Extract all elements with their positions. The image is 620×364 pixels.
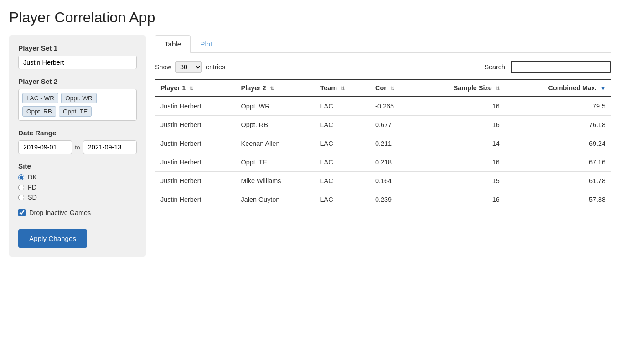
col-header-sample-size[interactable]: Sample Size ⇅ [416,79,505,97]
radio-input-sd[interactable] [18,195,24,200]
cell-team: LAC [315,134,370,153]
search-box: Search: [484,61,611,73]
date-range-row: to [18,140,137,154]
cell-combined-max: 79.5 [505,97,611,116]
sort-icon: ⇅ [270,86,274,92]
date-from-input[interactable] [18,140,72,154]
cell-player2: Oppt. WR [236,97,315,116]
cell-sample-size: 16 [416,116,505,134]
player-set-2-tag: Oppt. RB [22,106,56,117]
cell-combined-max: 67.16 [505,153,611,172]
radio-label-dk: DK [28,174,37,181]
table-row: Justin HerbertOppt. RBLAC0.6771676.18 [155,116,611,134]
entries-select[interactable]: 10253050100 [175,61,202,73]
sort-icon: ⇅ [189,86,193,92]
cell-team: LAC [315,172,370,190]
table-row: Justin HerbertKeenan AllenLAC0.2111469.2… [155,134,611,153]
cell-sample-size: 16 [416,97,505,116]
tabs-container: TablePlot [155,35,611,53]
cell-player1: Justin Herbert [155,153,236,172]
col-header-player-2[interactable]: Player 2 ⇅ [236,79,315,97]
search-input[interactable] [511,61,611,73]
cell-team: LAC [315,116,370,134]
cell-cor: 0.218 [370,153,416,172]
cell-cor: 0.164 [370,172,416,190]
player-set-2-tag: Oppt. TE [59,106,92,117]
col-header-combined-max.[interactable]: Combined Max. ▼ [505,79,611,97]
drop-inactive-checkbox-label[interactable]: Drop Inactive Games [18,209,137,216]
cell-sample-size: 16 [416,153,505,172]
cell-team: LAC [315,97,370,116]
date-to-input[interactable] [83,140,137,154]
player-set-2-tag: LAC - WR [22,93,58,103]
cell-player2: Jalen Guyton [236,190,315,209]
table-row: Justin HerbertOppt. WRLAC-0.2651679.5 [155,97,611,116]
sort-icon: ⇅ [390,86,394,92]
player-set-2-tag: Oppt. WR [61,93,97,103]
radio-label-sd: SD [28,194,37,201]
cell-cor: 0.239 [370,190,416,209]
cell-player2: Mike Williams [236,172,315,190]
cell-sample-size: 16 [416,190,505,209]
radio-input-fd[interactable] [18,185,24,190]
site-radio-group: DKFDSD [18,174,137,201]
cell-cor: 0.677 [370,116,416,134]
cell-player1: Justin Herbert [155,172,236,190]
player-set-1-section: Player Set 1 [18,44,137,69]
cell-team: LAC [315,153,370,172]
drop-inactive-label-text: Drop Inactive Games [29,209,91,216]
player-set-2-tags: LAC - WROppt. WROppt. RBOppt. TE [18,89,137,121]
entries-label: entries [206,63,225,71]
drop-inactive-section: Drop Inactive Games [18,209,137,216]
cell-sample-size: 14 [416,134,505,153]
col-header-cor[interactable]: Cor ⇅ [370,79,416,97]
show-label: Show [155,63,171,71]
cell-combined-max: 69.24 [505,134,611,153]
date-range-section: Date Range to [18,129,137,154]
tab-plot[interactable]: Plot [191,35,222,52]
tab-table[interactable]: Table [155,35,191,53]
radio-input-dk[interactable] [18,174,24,180]
cell-player1: Justin Herbert [155,134,236,153]
site-label: Site [18,162,137,170]
sort-icon: ⇅ [341,86,345,92]
cell-player1: Justin Herbert [155,97,236,116]
cell-combined-max: 76.18 [505,116,611,134]
player-set-2-label: Player Set 2 [18,77,137,85]
drop-inactive-checkbox[interactable] [18,209,26,216]
controls-row: Show 10253050100 entries Search: [155,61,611,73]
app-title: Player Correlation App [9,9,611,26]
table-row: Justin HerbertJalen GuytonLAC0.2391657.8… [155,190,611,209]
player-set-2-section: Player Set 2 LAC - WROppt. WROppt. RBOpp… [18,77,137,121]
site-radio-dk[interactable]: DK [18,174,137,181]
cell-cor: -0.265 [370,97,416,116]
site-radio-sd[interactable]: SD [18,194,137,201]
cell-combined-max: 61.78 [505,172,611,190]
cell-player1: Justin Herbert [155,116,236,134]
main-content: TablePlot Show 10253050100 entries Searc… [155,35,611,209]
player-set-1-label: Player Set 1 [18,44,137,52]
cell-player2: Oppt. TE [236,153,315,172]
table-row: Justin HerbertOppt. TELAC0.2181667.16 [155,153,611,172]
sort-icon-desc: ▼ [600,86,605,91]
cell-player1: Justin Herbert [155,190,236,209]
sort-icon: ⇅ [496,86,500,92]
site-radio-fd[interactable]: FD [18,184,137,191]
search-label: Search: [484,63,507,71]
cell-combined-max: 57.88 [505,190,611,209]
table-row: Justin HerbertMike WilliamsLAC0.1641561.… [155,172,611,190]
show-entries-control: Show 10253050100 entries [155,61,225,73]
col-header-team[interactable]: Team ⇅ [315,79,370,97]
cell-cor: 0.211 [370,134,416,153]
col-header-player-1[interactable]: Player 1 ⇅ [155,79,236,97]
date-range-label: Date Range [18,129,137,137]
apply-changes-button[interactable]: Apply Changes [18,229,87,248]
data-table: Player 1 ⇅Player 2 ⇅Team ⇅Cor ⇅Sample Si… [155,79,611,209]
cell-team: LAC [315,190,370,209]
cell-sample-size: 15 [416,172,505,190]
player-set-1-input[interactable] [18,56,137,69]
site-section: Site DKFDSD [18,162,137,201]
date-separator: to [75,144,80,151]
cell-player2: Keenan Allen [236,134,315,153]
radio-label-fd: FD [28,184,36,191]
